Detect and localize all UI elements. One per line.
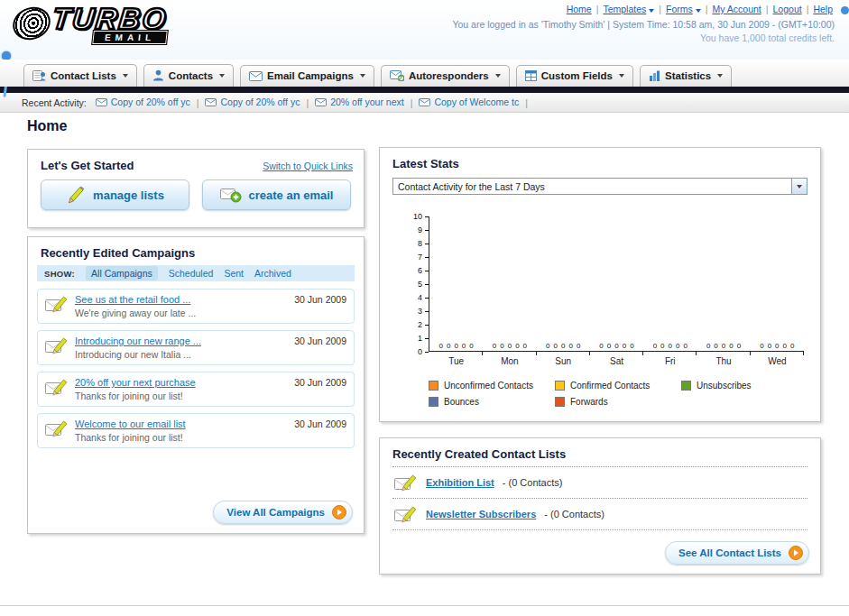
value-label: 0 xyxy=(599,342,603,350)
get-started-buttons: manage listscreate an email xyxy=(28,178,364,219)
tab-statistics[interactable]: Statistics xyxy=(640,65,732,87)
top-link-home[interactable]: Home xyxy=(567,4,592,14)
envelope-plus-icon xyxy=(220,187,242,203)
value-label: 0 xyxy=(669,342,672,350)
switch-quick-links-link[interactable]: Switch to Quick Links xyxy=(263,161,353,171)
filter-sent[interactable]: Sent xyxy=(224,268,244,279)
status-line: You are logged in as 'Timothy Smith' | S… xyxy=(257,19,835,30)
top-link-forms[interactable]: Forms xyxy=(666,4,701,14)
value-label: 0 xyxy=(653,342,657,350)
see-all-contact-lists-label: See All Contact Lists xyxy=(678,547,781,558)
value-label: 0 xyxy=(577,342,580,350)
campaign-text: Introducing our new range ...Introducing… xyxy=(75,336,201,360)
contact-list-item: Exhibition List- (0 Contacts) xyxy=(392,467,807,499)
recent-activity-bar: Recent Activity: Copy of 20% off yc|Copy… xyxy=(0,93,849,113)
tab-contact-lists[interactable]: Contact Lists xyxy=(23,64,137,87)
x-tick-label: Wed xyxy=(751,356,804,366)
link-separator: | xyxy=(706,4,708,14)
legend-swatch xyxy=(681,381,691,391)
filter-scheduled[interactable]: Scheduled xyxy=(169,268,214,279)
campaign-row: Introducing our new range ...Introducing… xyxy=(37,330,355,365)
campaign-row: 20% off your next purchaseThanks for joi… xyxy=(37,372,355,407)
top-link-label: Help xyxy=(813,4,833,14)
tab-label: Contact Lists xyxy=(51,70,116,81)
value-label: 0 xyxy=(561,342,565,350)
activity-item[interactable]: 20% off your next xyxy=(315,97,404,107)
create-an-email-button[interactable]: create an email xyxy=(202,179,351,210)
divider: | xyxy=(197,97,199,108)
show-label: SHOW: xyxy=(44,269,75,279)
stats-period-dropdown[interactable]: Contact Activity for the Last 7 Days xyxy=(392,178,807,195)
logo-body: TURBO EMAIL xyxy=(47,4,167,44)
value-labels: 00000 xyxy=(643,342,697,350)
view-all-campaigns-button[interactable]: View All Campaigns xyxy=(213,501,353,524)
legend-item-forwards: Forwards xyxy=(555,397,681,407)
campaign-row: Welcome to our email listThanks for join… xyxy=(37,413,355,448)
divider: | xyxy=(525,97,528,108)
tab-autoresponders[interactable]: Autoresponders xyxy=(381,65,510,87)
link-separator: | xyxy=(659,4,661,14)
contact-list-link[interactable]: Exhibition List xyxy=(426,477,494,488)
logo-swirl-icon xyxy=(13,5,51,42)
chevron-down-icon xyxy=(495,74,501,78)
see-all-contact-lists-button[interactable]: See All Contact Lists xyxy=(665,541,809,565)
legend-label: Bounces xyxy=(444,397,479,407)
campaign-title-link[interactable]: Welcome to our email list xyxy=(75,418,186,429)
chart-legend: Unconfirmed ContactsConfirmed ContactsUn… xyxy=(429,381,807,413)
value-label: 0 xyxy=(454,342,457,350)
x-tick-label: Sat xyxy=(590,356,643,366)
value-labels: 00000 xyxy=(697,342,750,350)
campaign-date: 30 Jun 2009 xyxy=(294,336,346,346)
recent-contact-lists-panel: Recently Created Contact Lists Exhibitio… xyxy=(379,437,821,575)
activity-item[interactable]: Copy of 20% off yc xyxy=(96,97,190,107)
campaign-title-link[interactable]: 20% off your next purchase xyxy=(75,377,196,388)
campaign-title-link[interactable]: See us at the retail food ... xyxy=(75,294,196,305)
campaign-text: 20% off your next purchaseThanks for joi… xyxy=(75,377,196,401)
divider: | xyxy=(306,97,309,108)
top-link-label: Templates xyxy=(603,4,646,14)
campaign-title-link[interactable]: Introducing our new range ... xyxy=(75,336,201,346)
activity-item[interactable]: Copy of Welcome tc xyxy=(419,97,519,107)
header-right: Home|Templates|Forms|My Account|Logout|H… xyxy=(257,4,835,43)
activity-item-label: Copy of Welcome tc xyxy=(434,97,519,107)
top-link-templates[interactable]: Templates xyxy=(603,4,654,14)
top-link-label: Logout xyxy=(773,4,802,14)
contact-list-link[interactable]: Newsletter Subscribers xyxy=(426,509,536,519)
value-label: 0 xyxy=(493,342,496,350)
filter-archived[interactable]: Archived xyxy=(254,268,291,279)
chevron-down-icon xyxy=(219,74,225,78)
top-link-my-account[interactable]: My Account xyxy=(713,4,761,14)
pencil-icon xyxy=(66,186,86,204)
email-campaigns-icon xyxy=(249,71,263,81)
campaign-filters: All CampaignsScheduledSentArchived xyxy=(86,268,302,279)
top-link-help[interactable]: Help xyxy=(813,4,833,14)
pencil-envelope-icon xyxy=(45,418,69,438)
credits-line: You have 1,000 total credits left. xyxy=(257,32,835,43)
tab-custom-fields[interactable]: Custom Fields xyxy=(516,65,633,87)
dropdown-arrow-icon[interactable] xyxy=(791,179,807,194)
statistics-icon xyxy=(649,70,660,81)
top-link-label: Forms xyxy=(666,4,693,14)
value-label: 0 xyxy=(706,342,710,350)
value-label: 0 xyxy=(439,342,443,350)
y-tick-label: 7 xyxy=(418,253,422,262)
tab-email-campaigns[interactable]: Email Campaigns xyxy=(240,65,374,87)
campaign-date: 30 Jun 2009 xyxy=(294,294,346,305)
value-labels: 00000 xyxy=(483,342,536,350)
filter-all-campaigns[interactable]: All Campaigns xyxy=(86,266,158,280)
legend-item-bounces: Bounces xyxy=(429,397,555,407)
activity-item[interactable]: Copy of 20% off yc xyxy=(205,97,300,107)
autoresponders-icon xyxy=(390,70,404,81)
top-link-logout[interactable]: Logout xyxy=(773,4,802,14)
chevron-down-icon xyxy=(123,74,128,78)
value-label: 0 xyxy=(462,342,466,350)
legend-swatch xyxy=(429,381,438,391)
manage-lists-button[interactable]: manage lists xyxy=(41,179,189,210)
value-label: 0 xyxy=(568,342,572,350)
chart-category-slot: 00000Thu xyxy=(697,216,750,351)
tab-contacts[interactable]: Contacts xyxy=(143,64,234,87)
contact-activity-chart: 109876543210 00000Tue00000Mon00000Sun000… xyxy=(407,216,804,352)
value-label: 0 xyxy=(554,342,558,350)
y-tick-mark xyxy=(425,352,429,353)
stats-period-value: Contact Activity for the Last 7 Days xyxy=(398,181,545,192)
